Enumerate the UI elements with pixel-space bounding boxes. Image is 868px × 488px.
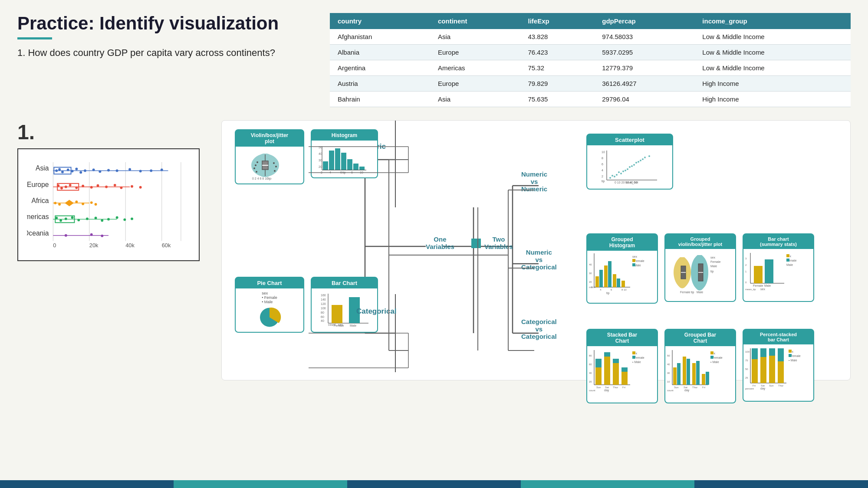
svg-text:Male: Male — [697, 291, 703, 294]
svg-rect-177 — [617, 278, 620, 287]
svg-text:0: 0 — [53, 242, 56, 249]
percent-stacked-title: Percent-stackedbar Chart — [743, 330, 813, 344]
svg-rect-254 — [702, 374, 705, 385]
svg-text:120: 120 — [321, 302, 326, 305]
stacked-bar-mini-chart: sex • Female • Male — [589, 348, 650, 396]
title-underline — [17, 37, 52, 39]
svg-point-151 — [629, 166, 631, 168]
svg-text:count: count — [667, 389, 674, 392]
svg-text:Thur: Thur — [692, 386, 697, 389]
svg-point-60 — [71, 216, 74, 219]
svg-text:mean_tip: mean_tip — [745, 288, 756, 291]
svg-text:40: 40 — [589, 372, 592, 374]
svg-point-30 — [150, 170, 152, 172]
svg-text:80: 80 — [589, 354, 592, 357]
svg-rect-203 — [786, 259, 789, 262]
svg-point-66 — [116, 216, 118, 219]
svg-rect-273 — [752, 359, 758, 383]
svg-text:10: 10 — [602, 151, 605, 154]
svg-rect-251 — [687, 359, 690, 385]
svg-point-150 — [627, 168, 628, 170]
svg-text:10: 10 — [667, 380, 670, 383]
svg-text:40: 40 — [319, 152, 322, 155]
svg-text:total_bill: total_bill — [625, 180, 638, 184]
svg-point-26 — [107, 169, 110, 172]
svg-text:sex: sex — [632, 255, 637, 258]
svg-point-50 — [58, 203, 61, 206]
svg-rect-250 — [683, 357, 686, 385]
one-variables-label: OneVariables — [426, 236, 454, 250]
svg-point-63 — [95, 216, 97, 219]
svg-rect-178 — [621, 281, 625, 287]
grouped-histogram-mini-chart: sex • Female • Male 2 — [589, 252, 650, 296]
svg-text:tip: tip — [268, 177, 272, 180]
section-number: 1. — [17, 120, 208, 144]
svg-point-17 — [58, 168, 61, 171]
svg-text:10: 10 — [360, 171, 363, 174]
svg-rect-225 — [604, 357, 610, 385]
bottom-bar-seg4 — [521, 480, 694, 488]
svg-rect-107 — [353, 164, 358, 170]
svg-text:50: 50 — [319, 146, 322, 149]
svg-point-62 — [86, 217, 89, 220]
svg-point-155 — [640, 160, 641, 161]
bottom-bar-seg2 — [174, 480, 347, 488]
svg-point-24 — [92, 169, 95, 171]
col-lifeexp: lifeExp — [520, 13, 595, 29]
svg-text:2: 2 — [321, 171, 322, 174]
svg-point-40 — [90, 186, 93, 189]
data-table: country continent lifeExp gdpPercap inco… — [330, 13, 851, 107]
svg-rect-244 — [710, 351, 713, 354]
violin-mini-chart: tip 0 2 4 6 8 10 — [243, 150, 296, 180]
svg-point-38 — [75, 187, 78, 189]
svg-rect-228 — [613, 359, 619, 363]
svg-rect-102 — [323, 161, 328, 170]
svg-rect-207 — [765, 259, 773, 283]
svg-point-46 — [139, 186, 142, 189]
svg-point-148 — [622, 170, 624, 172]
svg-text:20: 20 — [589, 281, 592, 283]
dot-plot-svg: Asia Europe Africa Americas Oceania 0 20… — [27, 158, 190, 252]
svg-text:4: 4 — [602, 169, 603, 172]
table-row: AustriaEurope79.82936126.4927High Income — [330, 76, 851, 92]
bottom-bar-seg1 — [0, 480, 174, 488]
histogram-card-title: Histogram — [312, 130, 377, 141]
two-variables-label: TwoVariables — [484, 236, 513, 250]
svg-point-39 — [82, 185, 84, 187]
table-row: AlbaniaEurope76.4235937.0295Low & Middle… — [330, 45, 851, 60]
svg-text:20: 20 — [589, 380, 592, 383]
svg-text:Female: Female — [680, 291, 690, 294]
svg-text:6: 6 — [611, 288, 612, 291]
svg-point-154 — [635, 162, 637, 164]
svg-text:40k: 40k — [125, 242, 135, 249]
svg-point-16 — [55, 170, 58, 172]
svg-point-153 — [633, 164, 635, 166]
svg-point-157 — [644, 157, 646, 158]
svg-text:Sun: Sun — [596, 386, 601, 389]
svg-point-61 — [77, 219, 80, 221]
svg-rect-175 — [608, 261, 612, 287]
svg-rect-105 — [341, 153, 346, 170]
svg-rect-278 — [769, 348, 775, 356]
page-title: Practice: Identify visualization — [17, 13, 312, 34]
svg-text:140: 140 — [321, 298, 326, 301]
svg-rect-169 — [632, 263, 635, 266]
svg-rect-270 — [789, 354, 792, 357]
svg-text:Male: Male — [710, 265, 717, 268]
svg-text:Thur: Thur — [613, 386, 618, 389]
categorical-label: Categorical — [356, 307, 397, 316]
svg-text:tip: tip — [342, 171, 346, 174]
svg-rect-168 — [632, 259, 635, 262]
svg-point-161 — [638, 161, 639, 163]
svg-point-68 — [131, 217, 133, 220]
svg-text:tip: tip — [602, 180, 605, 183]
svg-text:40: 40 — [589, 263, 592, 266]
svg-point-29 — [139, 170, 142, 172]
categorical-vs-categorical-label: CategoricalvsCategorical — [521, 318, 557, 340]
svg-text:60: 60 — [321, 315, 324, 318]
svg-text:tip: tip — [691, 291, 694, 294]
svg-text:25: 25 — [745, 377, 748, 379]
svg-text:Fri: Fri — [702, 386, 705, 389]
svg-text:20: 20 — [319, 165, 322, 168]
svg-point-70 — [65, 234, 67, 237]
